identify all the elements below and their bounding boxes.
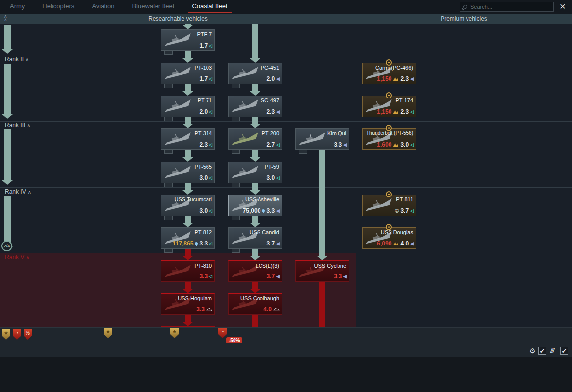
mode-tabs: Army Helicopters Aviation Bluewater flee… <box>6 0 232 14</box>
close-icon[interactable]: × <box>556 0 569 13</box>
wrench-icon[interactable]: ⚙ <box>529 347 536 355</box>
boat-class-icon <box>209 44 212 48</box>
tab-helicopters[interactable]: Helicopters <box>38 0 78 14</box>
premium-cell-pt174[interactable]: PT-174 1,1502.3 <box>362 96 416 117</box>
battle-rating: 4.0 <box>400 240 409 247</box>
hide-researched-icon[interactable]: /// <box>550 347 554 354</box>
tree-connector-arrow <box>185 84 191 91</box>
premium-cell-uss-douglas[interactable]: USS Douglas 6,0904.0 <box>362 227 416 249</box>
tree-connector-arrow <box>185 117 191 124</box>
battle-rating: 1.7 <box>199 75 208 82</box>
vehicle-cell-pt812[interactable]: PT-812 117,8653.3 <box>161 227 215 249</box>
chevron-up-icon: ∧ <box>28 189 31 195</box>
battle-rating: 2.0 <box>199 108 208 115</box>
boat-class-icon <box>209 110 212 114</box>
discount-badge[interactable]: % <box>24 329 32 340</box>
vehicle-cell-uss-hoquiam[interactable]: USS Hoquiam 3.3 <box>161 293 215 315</box>
vehicle-cell-pc451[interactable]: PC-451 2.0 <box>228 63 282 84</box>
boat-class-icon <box>209 77 212 81</box>
boat-class-icon <box>410 143 414 147</box>
vehicle-name: SC-497 <box>261 98 279 103</box>
battle-rating: 3.3 <box>199 240 208 247</box>
golden-eagle-price: 1,600 <box>377 141 391 148</box>
rank-progress-arrow <box>4 64 11 114</box>
tab-army[interactable]: Army <box>6 0 28 14</box>
battle-rating: 2.0 <box>266 75 275 82</box>
ship-thumbnail <box>161 162 194 182</box>
vehicle-name: USS Tucumcari <box>175 196 212 202</box>
research-points-icon <box>262 209 265 212</box>
ship-thumbnail <box>296 129 328 148</box>
vehicle-cell-sc497[interactable]: SC-497 2.3 <box>228 96 282 117</box>
frigate-class-icon <box>206 307 212 312</box>
ship-thumbnail <box>161 63 194 83</box>
rank-5-label[interactable]: Rank V∧ <box>5 254 30 261</box>
search-box[interactable] <box>460 2 554 12</box>
chevron-up-icon: ∧ <box>26 255 29 260</box>
tree-connector-arrow <box>252 150 258 157</box>
tree-connector-arrow <box>185 150 191 157</box>
vehicle-name: USS Coolbaugh <box>240 295 279 301</box>
timed-event-badge[interactable]: ◔ <box>13 329 21 340</box>
rank-3-label[interactable]: Rank III∧ <box>5 122 31 129</box>
premium-header: Premium vehicles <box>356 14 572 24</box>
war-thunder-tech-tree-screen: Army Helicopters Aviation Bluewater flee… <box>0 0 572 392</box>
tree-connector-arrow <box>252 249 258 256</box>
tree-connector-bar-locked <box>319 282 325 327</box>
tab-coastal-fleet[interactable]: Coastal fleet <box>188 0 231 14</box>
vehicle-cell-pt103[interactable]: PT-103 1.7 <box>161 63 215 84</box>
bottom-bar: ★ ◔ % ∨ ∨ Research ∨ ∨ ★ ★ ◔ -50% USA Ge… <box>0 327 572 357</box>
tab-aviation[interactable]: Aviation <box>88 0 118 14</box>
vehicle-cell-pt565[interactable]: PT-565 3.0 <box>161 162 215 183</box>
vehicle-cell-uss-asheville[interactable]: USS Asheville 75,0003.3 <box>228 195 282 216</box>
golden-eagle-price: 1,150 <box>377 75 391 82</box>
vehicle-name: PT-812 <box>195 229 212 235</box>
vehicle-cell-pt200[interactable]: PT-200 2.7 <box>228 128 282 150</box>
vehicle-cell-uss-candid[interactable]: USS Candid 3.7 <box>228 227 282 249</box>
battle-rating: 2.3 <box>199 141 208 148</box>
crew-slots-panel: 2 T26E5 6.7 ♟1 !66☼ – T26E1-1 6.7 ♟2 !67… <box>0 357 572 392</box>
vehicle-cell-kim-qui[interactable]: Kim Qui 3.3 <box>295 128 349 150</box>
vehicle-cell-pt59[interactable]: PT-59 3.0 <box>228 162 282 183</box>
vehicle-name: LCS(L)(3) <box>256 263 279 269</box>
rank-2-label[interactable]: Rank II∧ <box>5 56 29 63</box>
battle-rating: 2.3 <box>400 108 409 115</box>
vehicle-cell-lcsl3[interactable]: LCS(L)(3) 3.7 <box>228 260 282 282</box>
vehicle-name: PC-451 <box>261 65 279 71</box>
boat-class-icon <box>410 110 414 114</box>
tree-connector-arrow-locked <box>185 315 191 322</box>
vehicle-name: PT-59 <box>265 164 279 170</box>
filter-checkbox-2[interactable]: ✔ <box>560 347 568 355</box>
battle-rating: 3.0 <box>400 141 409 148</box>
achievement-star-badge[interactable]: ★ <box>2 329 10 340</box>
tree-connector-arrow-locked <box>185 282 191 289</box>
boat-class-icon <box>410 77 414 81</box>
vehicle-name: USS Candid <box>249 229 279 235</box>
vehicle-name: PT-200 <box>262 130 279 136</box>
battle-rating: 3.7 <box>266 240 275 247</box>
rank-4-label[interactable]: Rank IV∧ <box>5 188 31 195</box>
premium-cell-thunderbolt[interactable]: Thunderbolt (PT-556) 1,6003.0 <box>362 128 416 150</box>
vehicle-name: PT-314 <box>195 130 212 136</box>
vehicle-cell-pt810[interactable]: PT-810 3.3 <box>161 260 215 282</box>
tab-bluewater-fleet[interactable]: Bluewater fleet <box>128 0 178 14</box>
vehicle-cell-uss-cyclone[interactable]: USS Cyclone 3.3 <box>295 260 349 282</box>
boat-class-icon <box>209 209 212 213</box>
battle-rating: 3.7 <box>400 207 409 214</box>
tree-connector-arrow <box>185 24 191 25</box>
vehicle-cell-pt71[interactable]: PT-71 2.0 <box>161 96 215 117</box>
vehicle-cell-uss-tucumcari[interactable]: USS Tucumcari 3.0 <box>161 195 215 216</box>
vehicle-cell-ptf7[interactable]: PTF-7 1.7 <box>161 29 215 51</box>
filter-checkbox-1[interactable]: ✔ <box>538 347 546 355</box>
premium-cell-carmi[interactable]: Carmi (PC-466) 1,1502.3 <box>362 63 416 84</box>
rank-progress-badge: 2/4 <box>1 241 12 251</box>
search-input[interactable] <box>469 3 550 10</box>
battle-rating: 3.0 <box>199 207 208 214</box>
ship-thumbnail <box>161 96 194 116</box>
tree-connector-bar-locked <box>252 315 258 327</box>
battle-rating: 3.3 <box>266 207 275 214</box>
vehicle-cell-pt314[interactable]: PT-314 2.3 <box>161 128 215 150</box>
tech-tree: Rank II∧ Rank III∧ Rank IV∧ Rank V∧ 2/4 <box>0 24 572 327</box>
premium-cell-pt811[interactable]: PT-811 ©3.7 <box>362 195 416 216</box>
vehicle-cell-uss-coolbaugh[interactable]: USS Coolbaugh 4.0 <box>228 293 282 315</box>
